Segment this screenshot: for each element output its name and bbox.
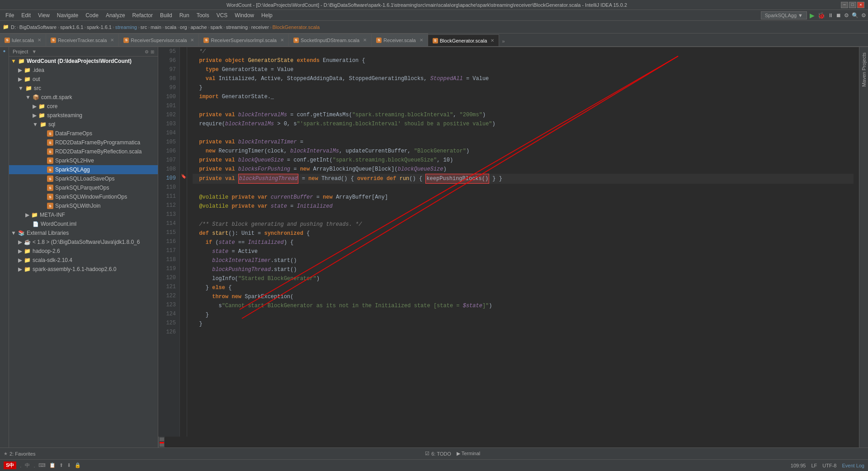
- run-button[interactable]: ▶: [810, 12, 815, 19]
- tab-close-rt[interactable]: ✕: [110, 38, 114, 43]
- tree-idea[interactable]: ▶ 📁 .idea: [9, 66, 158, 75]
- tree-hadoop[interactable]: ▶ 📁 hadoop-2.6: [9, 247, 158, 256]
- menu-code[interactable]: Code: [82, 11, 102, 19]
- menu-help[interactable]: Help: [258, 11, 276, 19]
- ln-111: 111: [160, 192, 176, 201]
- tab-overflow[interactable]: »: [499, 37, 508, 46]
- tree-core[interactable]: ▶ 📁 core: [9, 102, 158, 111]
- tree-out[interactable]: ▶ 📁 out: [9, 75, 158, 84]
- toolbar-icon3[interactable]: ⚙: [844, 12, 849, 19]
- run-config[interactable]: SparkSQLAgg ▼: [761, 11, 807, 19]
- tab-receiver[interactable]: S Receiver.scala ✕: [372, 33, 428, 46]
- tree-spark-assembly[interactable]: ▶ 📁 spark-assembly-1.6.1-hadoop2.6.0: [9, 265, 158, 274]
- tree-sparksqlwithjoin[interactable]: S SparkSQLWithJoin: [9, 201, 158, 210]
- event-log-link[interactable]: Event Log: [842, 463, 864, 468]
- maven-projects-panel[interactable]: Maven Projects: [859, 47, 868, 447]
- tree-dataframeops[interactable]: S DataFrameOps: [9, 129, 158, 138]
- menu-vcs[interactable]: VCS: [213, 11, 231, 19]
- toolbar-icon4[interactable]: ⚙: [861, 12, 866, 19]
- menu-window[interactable]: Window: [231, 11, 258, 19]
- terminal-tab[interactable]: ▶ Terminal: [457, 451, 480, 457]
- bc-spark161[interactable]: spark1.6.1: [60, 24, 83, 30]
- tab-receiversupervisorimpl[interactable]: S ReceiverSupervisorImpl.scala ✕: [199, 33, 289, 46]
- tree-sparksqlparquet[interactable]: S SparkSQLParquetOps: [9, 183, 158, 192]
- menu-file[interactable]: File: [2, 11, 18, 19]
- extlib-icon: 📚: [18, 230, 25, 236]
- tree-jdk[interactable]: ▶ ☕ < 1.8 > (D:\BigDataSoftware\Java\jdk…: [9, 238, 158, 247]
- maven-projects-label[interactable]: Maven Projects: [860, 51, 868, 89]
- menu-analyze[interactable]: Analyze: [102, 11, 129, 19]
- menu-refactor[interactable]: Refactor: [129, 11, 156, 19]
- menu-view[interactable]: View: [34, 11, 53, 19]
- tab-close-si[interactable]: ✕: [363, 38, 367, 43]
- tree-sparksqlload[interactable]: S SparkSQLLoadSaveOps: [9, 174, 158, 183]
- menu-edit[interactable]: Edit: [18, 11, 34, 19]
- tree-wordcount[interactable]: ▼ 📁 WordCount (D:\IdeaProjects\WordCount…: [9, 57, 158, 66]
- menu-build[interactable]: Build: [156, 11, 176, 19]
- tree-meta-inf[interactable]: ▶ 📁 META-INF: [9, 210, 158, 219]
- line-numbers: 95 96 97 98 99 100 101 102 103 104 105 1…: [158, 47, 180, 437]
- breakpoint-icon[interactable]: ●: [3, 49, 5, 54]
- bc-spark-161[interactable]: spark-1.6.1: [87, 24, 112, 30]
- tree-wordcount-iml[interactable]: 📄 WordCount.iml: [9, 219, 158, 228]
- tab-close-rs[interactable]: ✕: [190, 38, 194, 43]
- bc-d[interactable]: D:: [11, 24, 16, 30]
- close-button[interactable]: ✕: [857, 2, 864, 8]
- bc-streaming2[interactable]: streaming: [226, 24, 248, 30]
- bc-bigdata[interactable]: BigDataSoftware: [19, 24, 57, 30]
- toolbar-search[interactable]: 🔍: [852, 12, 859, 19]
- menu-navigate[interactable]: Navigate: [53, 11, 82, 19]
- tree-rdd2df-prog[interactable]: S RDD2DataFrameByProgrammatica: [9, 138, 158, 147]
- tab-close-luler[interactable]: ✕: [38, 38, 41, 43]
- tree-com-dt-spark[interactable]: ▼ 📦 com.dt.spark: [9, 93, 158, 102]
- tab-close-r[interactable]: ✕: [420, 38, 423, 43]
- tree-ext-libs[interactable]: ▼ 📚 External Libraries: [9, 228, 158, 238]
- tab-luler[interactable]: S luler.scala ✕: [0, 33, 46, 46]
- bc-src[interactable]: src: [141, 24, 147, 30]
- tree-src[interactable]: ▼ 📁 src: [9, 84, 158, 93]
- sidebar-gear-icon[interactable]: ⚙: [145, 49, 149, 54]
- code-content[interactable]: 95 96 97 98 99 100 101 102 103 104 105 1…: [158, 47, 859, 437]
- tree-sparksqlwindow[interactable]: S SparkSQLWindowFuntionOps: [9, 192, 158, 201]
- todo-tab[interactable]: ☑ 6: TODO: [425, 451, 451, 457]
- bc-receiver[interactable]: receiver: [251, 24, 269, 30]
- bc-file[interactable]: BlockGenerator.scala: [273, 24, 320, 30]
- bc-org[interactable]: org: [180, 24, 187, 30]
- menu-run[interactable]: Run: [176, 11, 193, 19]
- tab-blockgenerator[interactable]: S BlockGenerator.scala ✕: [428, 34, 500, 47]
- sidebar-dropdown-icon[interactable]: ▼: [32, 49, 37, 54]
- code-editor[interactable]: 95 96 97 98 99 100 101 102 103 104 105 1…: [158, 47, 859, 447]
- bc-streaming[interactable]: streaming: [115, 24, 137, 30]
- ln-106: 106: [160, 147, 176, 156]
- bc-scala[interactable]: scala: [165, 24, 176, 30]
- tab-receiversupervisor[interactable]: S ReceiverSupervisor.scala ✕: [119, 33, 199, 46]
- scrollbar-up-btn[interactable]: [160, 438, 164, 441]
- maximize-button[interactable]: □: [849, 2, 856, 8]
- tree-sparksql2hive[interactable]: S SparkSQL2Hive: [9, 156, 158, 165]
- tab-socketinput[interactable]: S SocketInputDStream.scala ✕: [289, 33, 372, 46]
- tree-sparksqlagg[interactable]: S SparkSQLAgg: [9, 165, 158, 174]
- tab-close-rsi[interactable]: ✕: [280, 38, 284, 43]
- scrollbar-down-btn[interactable]: [160, 443, 164, 447]
- minimize-button[interactable]: —: [841, 2, 848, 8]
- title-bar-controls[interactable]: — □ ✕: [841, 2, 864, 8]
- tab-close-bg[interactable]: ✕: [491, 38, 494, 43]
- favorites-label[interactable]: 2: Favorites: [9, 451, 35, 457]
- menu-tools[interactable]: Tools: [193, 11, 213, 19]
- code-lines[interactable]: */ private object GeneratorState extends…: [187, 47, 859, 437]
- editor-scrollbar[interactable]: [158, 437, 165, 447]
- bc-apache[interactable]: apache: [190, 24, 207, 30]
- toolbar-icon1[interactable]: ⏸: [828, 12, 833, 19]
- bc-spark[interactable]: spark: [210, 24, 222, 30]
- tree-scala-sdk[interactable]: ▶ 📁 scala-sdk-2.10.4: [9, 256, 158, 265]
- sidebar-layout-icon[interactable]: ⊞: [151, 49, 154, 54]
- spark-ime-icon[interactable]: S中: [4, 461, 16, 469]
- tree-rdd2df-ref[interactable]: S RDD2DataFrameByReflection.scala: [9, 147, 158, 156]
- toolbar-icon2[interactable]: ⏹: [836, 12, 841, 19]
- debug-button[interactable]: 🐞: [817, 12, 825, 19]
- bc-main[interactable]: main: [151, 24, 161, 30]
- tree-sparksteaming[interactable]: ▶ 📁 sparksteaming: [9, 111, 158, 120]
- ime-status8: 🔒: [75, 462, 81, 468]
- tab-receivertracker[interactable]: S ReceiverTracker.scala ✕: [46, 33, 119, 46]
- tree-sql[interactable]: ▼ 📁 sql: [9, 120, 158, 129]
